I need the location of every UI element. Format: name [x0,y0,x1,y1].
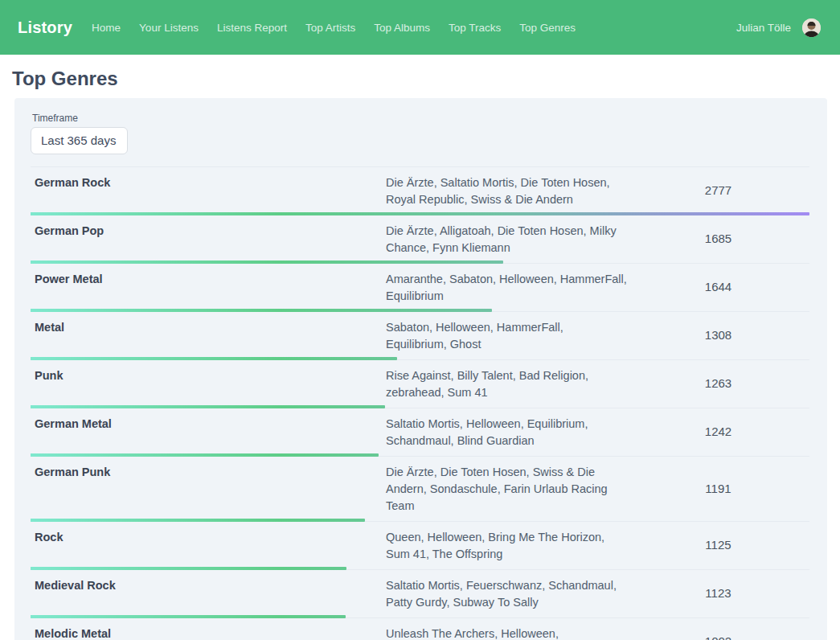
top-genres-card: Timeframe Last 365 days German Rock Die … [14,98,827,640]
top-nav: Listory HomeYour ListensListens ReportTo… [0,0,840,55]
genre-name: Power Metal [31,264,386,311]
nav-item-top-artists[interactable]: Top Artists [305,22,355,34]
timeframe-select[interactable]: Last 365 days [31,127,128,154]
page-title: Top Genres [12,68,840,90]
genre-listen-count: 1002 [627,618,809,640]
genre-name: German Metal [31,408,386,456]
table-row[interactable]: German Rock Die Ärzte, Saltatio Mortis, … [31,167,809,215]
genre-artists: Saltatio Mortis, Helloween, Equilibrium,… [386,408,627,456]
genre-artists: Die Ärzte, Saltatio Mortis, Die Toten Ho… [386,167,627,215]
genre-artists: Unleash The Archers, Helloween, HammerFa… [386,618,627,640]
table-row[interactable]: Medieval Rock Saltatio Mortis, Feuerschw… [31,570,809,618]
genre-listen-count: 1125 [627,522,809,569]
genre-name: Punk [31,360,386,408]
genre-listen-count: 1123 [627,570,809,617]
nav-item-listens-report[interactable]: Listens Report [217,22,287,34]
genre-artists: Die Ärzte, Alligatoah, Die Toten Hosen, … [386,215,627,263]
table-row[interactable]: German Punk Die Ärzte, Die Toten Hosen, … [31,457,809,522]
nav-item-top-tracks[interactable]: Top Tracks [449,22,501,34]
genre-artists: Saltatio Mortis, Feuerschwanz, Schandmau… [386,570,627,617]
genre-name: Medieval Rock [31,570,386,617]
table-row[interactable]: Power Metal Amaranthe, Sabaton, Hellowee… [31,264,809,312]
genre-listen-count: 2777 [627,167,809,215]
genre-listen-count: 1263 [627,360,809,408]
nav-user: Julian Tölle [736,18,821,37]
genre-listen-count: 1191 [627,457,809,521]
genre-table: German Rock Die Ärzte, Saltatio Mortis, … [31,166,809,640]
nav-item-top-genres[interactable]: Top Genres [519,22,576,34]
timeframe-label: Timeframe [32,113,809,124]
genre-artists: Queen, Helloween, Bring Me The Horizon, … [386,522,627,569]
genre-name: German Punk [31,457,386,521]
genre-artists: Die Ärzte, Die Toten Hosen, Swiss & Die … [386,457,627,521]
table-row[interactable]: Melodic Metal Unleash The Archers, Hello… [31,618,809,640]
nav-links: HomeYour ListensListens ReportTop Artist… [92,22,576,34]
genre-artists: Rise Against, Billy Talent, Bad Religion… [386,360,627,408]
table-row[interactable]: German Metal Saltatio Mortis, Helloween,… [31,408,809,457]
table-row[interactable]: Rock Queen, Helloween, Bring Me The Hori… [31,522,809,570]
genre-listen-count: 1242 [627,408,809,456]
avatar-photo [802,18,821,37]
table-row[interactable]: Metal Sabaton, Helloween, HammerFall, Eq… [31,312,809,360]
genre-listen-count: 1308 [627,312,809,359]
user-avatar[interactable] [802,18,821,37]
user-name[interactable]: Julian Tölle [736,22,791,34]
genre-name: German Rock [31,167,386,215]
genre-name: German Pop [31,215,386,263]
genre-name: Rock [31,522,386,569]
nav-item-your-listens[interactable]: Your Listens [139,22,199,34]
genre-name: Metal [31,312,386,359]
nav-item-home[interactable]: Home [92,22,121,34]
genre-artists: Sabaton, Helloween, HammerFall, Equilibr… [386,312,627,359]
nav-item-top-albums[interactable]: Top Albums [374,22,430,34]
genre-listen-count: 1644 [627,264,809,311]
app-logo[interactable]: Listory [18,18,72,37]
genre-listen-count: 1685 [627,215,809,263]
table-row[interactable]: German Pop Die Ärzte, Alligatoah, Die To… [31,215,809,264]
genre-artists: Amaranthe, Sabaton, Helloween, HammerFal… [386,264,627,311]
table-row[interactable]: Punk Rise Against, Billy Talent, Bad Rel… [31,360,809,408]
genre-name: Melodic Metal [31,618,386,640]
